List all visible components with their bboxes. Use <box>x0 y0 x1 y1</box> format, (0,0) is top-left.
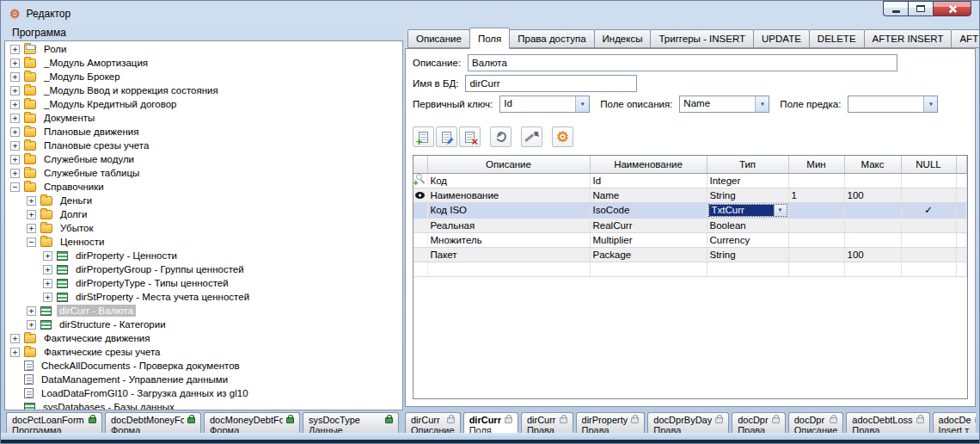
tree-item[interactable]: +Служебные модули <box>5 152 402 166</box>
grid-cell[interactable] <box>707 262 788 276</box>
tab[interactable]: Поля <box>469 28 510 49</box>
type-combo-cell[interactable]: TxtCurr▼ <box>707 202 788 218</box>
delete-field-button[interactable] <box>459 126 481 147</box>
tab[interactable]: Права доступа <box>509 29 594 48</box>
grid-cell[interactable]: 100 <box>844 188 901 202</box>
grid-cell[interactable]: String <box>707 188 788 202</box>
grid-cell[interactable] <box>788 262 844 276</box>
filler-cell[interactable] <box>956 173 967 188</box>
grid-row[interactable]: +КодIdInteger <box>413 173 967 188</box>
expand-toggle-icon[interactable]: + <box>10 127 20 137</box>
grid-row[interactable]: Код ISOIsoCodeTxtCurr▼✓ <box>413 202 967 218</box>
grid-row[interactable]: РеальнаяRealCurrBoolean <box>413 218 967 232</box>
tree-item[interactable]: +Фактические движения <box>5 331 402 345</box>
expand-toggle-icon[interactable]: + <box>27 210 36 219</box>
tree-item[interactable]: +_Модуль Кредитный договор <box>5 97 402 111</box>
grid-cell[interactable]: Наименование <box>427 188 590 202</box>
tree-item[interactable]: CheckAllDocuments - Проверка документов <box>5 359 402 373</box>
chevron-down-icon[interactable]: ▼ <box>774 205 787 216</box>
tree-item[interactable]: +_Модуль Ввод и коррекция состояния <box>5 83 402 97</box>
tree-item[interactable]: +Плановые срезы учета <box>5 139 402 152</box>
edit-field-button[interactable] <box>436 126 457 147</box>
tree-item[interactable]: +Долги <box>5 207 402 221</box>
expand-toggle-icon[interactable]: − <box>27 237 36 247</box>
tree-item[interactable]: +Убыток <box>5 221 402 235</box>
expand-toggle-icon[interactable]: + <box>27 306 36 316</box>
expand-toggle-icon[interactable]: + <box>10 334 20 343</box>
tree-item[interactable]: +Роли <box>5 42 402 56</box>
grid-cell[interactable] <box>788 173 844 188</box>
add-field-button[interactable] <box>413 126 434 147</box>
bottom-tab[interactable]: dirCurrПрава <box>521 412 573 435</box>
null-flag-cell[interactable]: ✓ <box>901 202 956 218</box>
grid-cell[interactable] <box>844 173 901 188</box>
expand-toggle-icon[interactable]: + <box>10 141 20 151</box>
grid-header[interactable]: Наименование <box>590 156 707 173</box>
minimize-button[interactable] <box>883 1 908 16</box>
chevron-down-icon[interactable]: ▼ <box>755 96 769 112</box>
grid-row[interactable]: ПакетPackageString100 <box>413 247 967 262</box>
grid-cell[interactable] <box>788 218 844 232</box>
grid-cell[interactable]: IsoCode <box>590 202 707 218</box>
expand-toggle-icon[interactable]: + <box>43 279 52 288</box>
grid-cell[interactable]: Multiplier <box>590 232 707 247</box>
grid-cell[interactable]: Name <box>590 188 707 202</box>
grid-empty-row[interactable] <box>413 262 967 276</box>
tree-item[interactable]: −Ценности <box>5 235 402 249</box>
null-flag-cell[interactable] <box>901 247 956 262</box>
tree-item[interactable]: +dirPropertyType - Типы ценностей <box>5 276 402 290</box>
refresh-button[interactable] <box>490 126 511 147</box>
expand-toggle-icon[interactable]: + <box>10 86 20 96</box>
dbname-input[interactable] <box>465 75 637 92</box>
null-flag-cell[interactable] <box>901 173 956 188</box>
tab[interactable]: Триггеры - INSERT <box>650 29 754 48</box>
grid-cell[interactable]: Код ISO <box>427 202 590 218</box>
grid-header[interactable]: Описание <box>427 156 590 173</box>
expand-toggle-icon[interactable]: + <box>43 265 52 274</box>
null-flag-cell[interactable] <box>901 218 956 232</box>
type-combo-editor[interactable]: TxtCurr▼ <box>708 204 787 217</box>
tree-item[interactable]: +dirCurr - Валюта <box>5 304 402 318</box>
tree-item[interactable]: +dirStProperty - Места учета ценностей <box>5 290 402 304</box>
bottom-tab[interactable]: dirCurrПоля <box>463 412 518 435</box>
grid-cell[interactable]: Пакет <box>427 247 590 262</box>
generate-button[interactable] <box>521 126 542 147</box>
grid-cell[interactable] <box>788 232 844 247</box>
descfield-combo[interactable]: Name ▼ <box>679 96 769 113</box>
tree-item[interactable]: +dirPropertyGroup - Группы ценностей <box>5 262 402 276</box>
tree-item[interactable]: +_Модуль Амортизация <box>5 56 402 70</box>
tree-item[interactable]: LoadDataFromGl10 - Загрузка данных из gl… <box>5 386 402 400</box>
expand-toggle-icon[interactable]: + <box>10 348 20 357</box>
grid-cell[interactable] <box>427 262 590 276</box>
tree-item[interactable]: DataManagement - Управление данными <box>5 373 402 386</box>
tree-item[interactable]: sysDatabases - Базы данных <box>5 400 402 410</box>
grid-cell[interactable]: RealCurr <box>590 218 707 232</box>
tab[interactable]: DELETE <box>809 29 865 48</box>
tree-item[interactable]: +_Модуль Брокер <box>5 70 402 83</box>
grid-cell[interactable]: 1 <box>788 188 844 202</box>
tree-item[interactable]: +Плановые движения <box>5 125 402 139</box>
expand-toggle-icon[interactable]: + <box>10 155 20 164</box>
expand-toggle-icon[interactable]: + <box>27 320 36 330</box>
close-button[interactable] <box>933 1 971 16</box>
expand-toggle-icon[interactable]: + <box>10 114 20 123</box>
bottom-tab[interactable]: docDebtMoneyFormФорма <box>105 412 201 435</box>
maximize-button[interactable] <box>908 1 933 16</box>
menu-programma[interactable]: Программа <box>6 26 72 40</box>
expand-toggle-icon[interactable]: + <box>43 293 52 302</box>
expand-toggle-icon[interactable]: + <box>10 169 20 178</box>
grid-cell[interactable]: Id <box>590 173 707 188</box>
grid-row[interactable]: МножительMultiplierCurrency <box>413 232 967 247</box>
grid-cell[interactable]: Реальная <box>427 218 590 232</box>
tree-item[interactable]: +dirProperty - Ценности <box>5 249 402 262</box>
bottom-tab[interactable]: dirCurrОписание <box>405 412 461 435</box>
bottom-tab[interactable]: docMoneyDebtFormФорма <box>204 412 300 435</box>
expand-toggle-icon[interactable]: + <box>10 59 20 68</box>
grid-cell[interactable] <box>788 202 844 218</box>
grid-cell[interactable] <box>413 262 427 276</box>
grid-cell[interactable]: Boolean <box>707 218 788 232</box>
grid-cell[interactable] <box>590 262 707 276</box>
expand-toggle-icon[interactable]: + <box>10 100 20 109</box>
expand-toggle-icon[interactable]: + <box>27 224 36 233</box>
expand-toggle-icon[interactable]: − <box>10 182 20 192</box>
